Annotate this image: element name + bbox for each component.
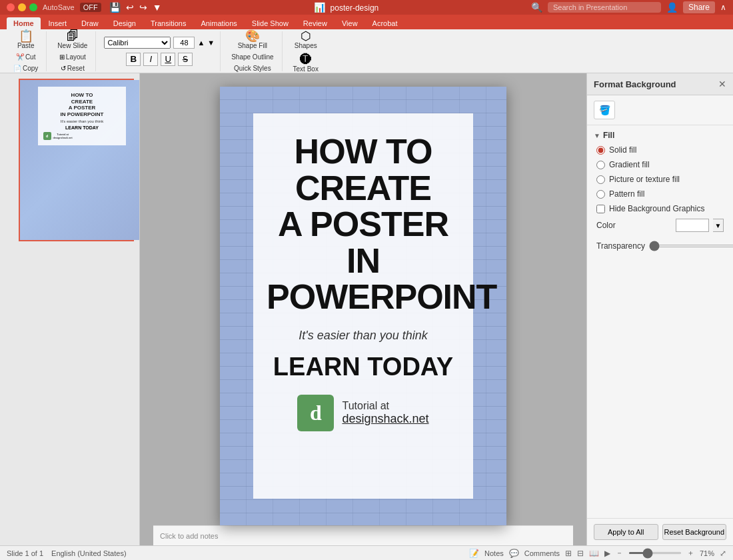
shapes-button[interactable]: ⬡ Shapes [292,29,320,51]
color-picker-button[interactable]: ▼ [713,219,724,232]
font-family-select[interactable]: Calibri [104,37,171,49]
new-slide-button[interactable]: 🗐 New Slide [55,29,90,51]
copy-button[interactable]: 📄 Copy [11,63,41,73]
picture-fill-label: Picture or texture fill [609,175,680,184]
slide-main-title: HOW TO CREATE A POSTER IN POWERPOINT [267,133,460,315]
slide-thumbnail[interactable]: HOW TOCREATEA POSTERIN POWERPOINT It's e… [19,79,134,241]
color-row: Color ▼ [594,217,726,233]
picture-fill-row: Picture or texture fill [594,173,726,185]
normal-view-button[interactable]: ⊞ [565,549,572,558]
slideshow-button[interactable]: ▶ [604,549,610,558]
tab-home[interactable]: Home [7,17,41,29]
autosave-toggle[interactable]: OFF [80,3,101,12]
reset-button[interactable]: ↺ Reset [58,63,87,73]
collapse-icon[interactable]: ▼ [594,132,600,139]
transparency-slider[interactable] [649,245,733,247]
shape-fill-label: Shape Fill [238,42,267,49]
fill-icon: 🪣 [599,105,610,115]
tab-slideshow[interactable]: Slide Show [245,17,295,29]
maximize-button[interactable] [29,3,37,11]
italic-button[interactable]: I [143,53,158,66]
share-button[interactable]: Share [683,1,715,13]
account-icon[interactable]: 👤 [666,2,678,13]
title-bar-left: AutoSave OFF 💾 ↩ ↪ ▼ [7,2,162,13]
shape-outline-button[interactable]: Shape Outline [229,52,276,62]
reset-background-button[interactable]: Reset Background [662,524,727,540]
undo-icon[interactable]: ↩ [126,2,134,13]
thumb-white-box: HOW TOCREATEA POSTERIN POWERPOINT It's e… [38,87,127,145]
minimize-button[interactable] [18,3,26,11]
thumb-domain: designshack.net [53,136,73,139]
insert-objects-group: 🖼 Picture ⬡ Shapes 🅣 Text Box ⧉ Arrange [285,31,327,71]
bold-button[interactable]: B [126,53,141,66]
fill-icon-button[interactable]: 🪣 [594,101,615,119]
tab-transitions[interactable]: Transitions [144,17,193,29]
autosave-label: AutoSave [43,3,75,11]
shapes-label: Shapes [295,42,317,49]
slide-content-box[interactable]: HOW TO CREATE A POSTER IN POWERPOINT It'… [253,113,473,499]
hide-bg-checkbox[interactable] [596,205,605,213]
tab-acrobat[interactable]: Acrobat [366,17,404,29]
quick-styles-button[interactable]: Quick Styles [231,63,274,73]
comments-label: Comments [524,549,560,557]
zoom-in-button[interactable]: ＋ [687,548,694,558]
text-box-button[interactable]: 🅣 Text Box [291,52,321,74]
tab-animations[interactable]: Animations [194,17,243,29]
thumb-logo-row: d Tutorial at designshack.net [43,132,121,140]
pattern-fill-row: Pattern fill [594,188,726,200]
reset-label: Reset [67,65,85,72]
paste-icon: 📋 [19,30,33,42]
slide-domain: designshack.net [342,412,428,426]
close-button[interactable] [7,3,15,11]
fit-slide-button[interactable]: ⤢ [720,549,726,558]
slide-sorter-button[interactable]: ⊟ [577,549,584,558]
canvas-area[interactable]: HOW TO CREATE A POSTER IN POWERPOINT It'… [140,73,586,545]
reset-icon: ↺ [61,65,66,72]
clipboard-group: 📋 Paste ✂️ Cut 📄 Copy [5,31,47,71]
tab-design[interactable]: Design [107,17,143,29]
tab-draw[interactable]: Draw [75,17,105,29]
slide-logo-row: d Tutorial at designshack.net [267,395,460,431]
notes-toggle[interactable]: 📝 [469,549,479,558]
pattern-fill-radio[interactable] [596,190,605,199]
slide-info: Slide 1 of 1 [7,549,43,557]
comments-toggle[interactable]: 💬 [509,549,519,558]
slide-canvas[interactable]: HOW TO CREATE A POSTER IN POWERPOINT It'… [220,87,506,525]
font-size-down[interactable]: ▼ [207,39,215,47]
more-icon[interactable]: ▼ [153,2,162,13]
cut-label: Cut [25,53,36,61]
shape-fill-button[interactable]: 🎨 Shape Fill [235,29,270,51]
tab-view[interactable]: View [335,17,365,29]
solid-fill-radio[interactable] [596,146,605,155]
picture-fill-radio[interactable] [596,175,605,184]
fill-section: ▼ Fill Solid fill Gradient fill Picture … [587,125,733,264]
underline-button[interactable]: U [161,53,175,66]
transparency-row: Transparency 0% [594,239,726,253]
strikethrough-button[interactable]: S̶ [178,53,193,66]
pattern-fill-label: Pattern fill [609,189,644,199]
search-input[interactable] [548,2,661,13]
save-icon[interactable]: 💾 [109,2,121,13]
cut-button[interactable]: ✂️ Cut [13,52,39,62]
font-size-up[interactable]: ▲ [197,39,205,47]
gradient-fill-radio[interactable] [596,161,605,169]
layout-icon: ⊞ [59,53,65,61]
layout-button[interactable]: ⊞ Layout [57,52,89,62]
tab-review[interactable]: Review [297,17,334,29]
zoom-slider[interactable] [628,552,682,554]
solid-fill-row: Solid fill [594,144,726,156]
notes-bar[interactable]: Click to add notes [153,525,573,545]
paste-button[interactable]: 📋 Paste [15,29,37,51]
format-panel: Format Background ✕ 🪣 ▼ Fill Solid fill … [586,73,733,545]
font-size-input[interactable]: 48 [173,37,195,49]
ribbon-collapse-icon[interactable]: ∧ [720,3,726,12]
panel-close-button[interactable]: ✕ [718,79,726,89]
tab-insert[interactable]: Insert [42,17,74,29]
color-swatch[interactable] [676,219,709,232]
notes-label: Notes [484,549,504,557]
reading-view-button[interactable]: 📖 [589,549,599,558]
apply-all-button[interactable]: Apply to All [594,524,658,540]
redo-icon[interactable]: ↪ [139,2,147,13]
app-title: 📊 poster-design [314,2,378,13]
zoom-out-button[interactable]: － [616,548,623,558]
